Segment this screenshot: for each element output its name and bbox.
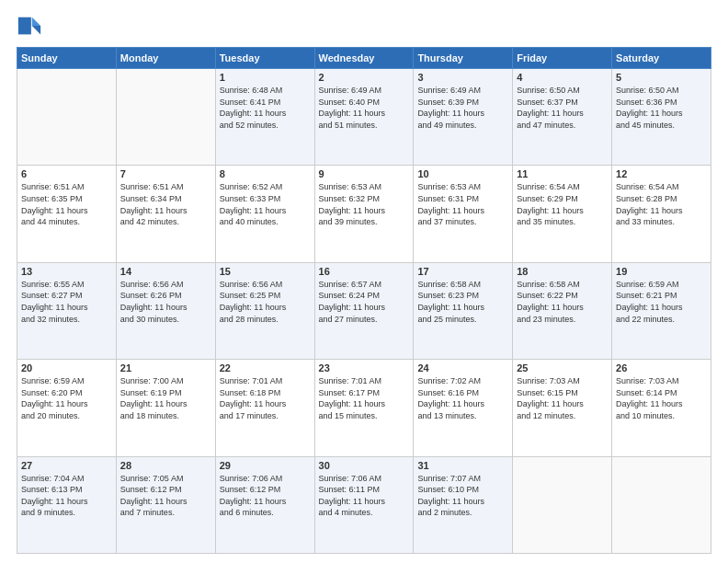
calendar-cell: 9Sunrise: 6:53 AM Sunset: 6:32 PM Daylig…: [314, 166, 414, 262]
day-info: Sunrise: 7:03 AM Sunset: 6:15 PM Dayligh…: [517, 375, 608, 421]
day-number: 13: [21, 266, 112, 277]
day-info: Sunrise: 6:48 AM Sunset: 6:41 PM Dayligh…: [220, 85, 311, 131]
calendar-cell: 17Sunrise: 6:58 AM Sunset: 6:23 PM Dayli…: [414, 262, 513, 359]
calendar-cell: 3Sunrise: 6:49 AM Sunset: 6:39 PM Daylig…: [414, 69, 513, 166]
calendar-cell: [612, 456, 711, 553]
day-number: 16: [319, 266, 410, 277]
day-info: Sunrise: 6:56 AM Sunset: 6:25 PM Dayligh…: [220, 279, 311, 325]
day-number: 9: [319, 168, 410, 179]
calendar-cell: 8Sunrise: 6:52 AM Sunset: 6:33 PM Daylig…: [215, 166, 314, 262]
weekday-header-monday: Monday: [116, 48, 215, 69]
day-info: Sunrise: 6:51 AM Sunset: 6:35 PM Dayligh…: [21, 181, 112, 227]
day-info: Sunrise: 6:54 AM Sunset: 6:29 PM Dayligh…: [517, 181, 608, 227]
day-number: 20: [21, 362, 112, 373]
calendar-cell: 7Sunrise: 6:51 AM Sunset: 6:34 PM Daylig…: [116, 166, 215, 262]
day-number: 27: [21, 460, 112, 471]
calendar-cell: 18Sunrise: 6:58 AM Sunset: 6:22 PM Dayli…: [513, 262, 612, 359]
day-info: Sunrise: 6:57 AM Sunset: 6:24 PM Dayligh…: [319, 279, 410, 325]
day-number: 22: [220, 362, 311, 373]
day-info: Sunrise: 7:06 AM Sunset: 6:11 PM Dayligh…: [319, 473, 410, 519]
calendar-cell: 6Sunrise: 6:51 AM Sunset: 6:35 PM Daylig…: [17, 166, 117, 262]
day-info: Sunrise: 6:56 AM Sunset: 6:26 PM Dayligh…: [120, 279, 211, 325]
day-info: Sunrise: 7:04 AM Sunset: 6:13 PM Dayligh…: [21, 473, 112, 519]
day-number: 8: [220, 168, 311, 179]
weekday-header-row: SundayMondayTuesdayWednesdayThursdayFrid…: [17, 48, 711, 69]
day-number: 10: [417, 168, 508, 179]
day-info: Sunrise: 6:55 AM Sunset: 6:27 PM Dayligh…: [21, 279, 112, 325]
calendar-cell: 19Sunrise: 6:59 AM Sunset: 6:21 PM Dayli…: [612, 262, 711, 359]
calendar-cell: 24Sunrise: 7:02 AM Sunset: 6:16 PM Dayli…: [414, 360, 513, 456]
weekday-header-tuesday: Tuesday: [215, 48, 314, 69]
day-info: Sunrise: 7:05 AM Sunset: 6:12 PM Dayligh…: [120, 473, 211, 519]
calendar-week-3: 13Sunrise: 6:55 AM Sunset: 6:27 PM Dayli…: [17, 262, 711, 359]
day-number: 1: [220, 72, 311, 83]
day-number: 2: [319, 72, 410, 83]
calendar-cell: 15Sunrise: 6:56 AM Sunset: 6:25 PM Dayli…: [215, 262, 314, 359]
day-info: Sunrise: 6:58 AM Sunset: 6:23 PM Dayligh…: [417, 279, 508, 325]
calendar-week-2: 6Sunrise: 6:51 AM Sunset: 6:35 PM Daylig…: [17, 166, 711, 262]
svg-marker-1: [32, 26, 40, 34]
day-number: 11: [517, 168, 608, 179]
weekday-header-thursday: Thursday: [414, 48, 513, 69]
calendar-cell: 20Sunrise: 6:59 AM Sunset: 6:20 PM Dayli…: [17, 360, 117, 456]
day-number: 21: [120, 362, 211, 373]
calendar-cell: [513, 456, 612, 553]
day-info: Sunrise: 6:49 AM Sunset: 6:39 PM Dayligh…: [417, 85, 508, 131]
day-info: Sunrise: 7:02 AM Sunset: 6:16 PM Dayligh…: [417, 375, 508, 421]
calendar-cell: 26Sunrise: 7:03 AM Sunset: 6:14 PM Dayli…: [612, 360, 711, 456]
day-info: Sunrise: 6:50 AM Sunset: 6:36 PM Dayligh…: [616, 85, 707, 131]
calendar-cell: 27Sunrise: 7:04 AM Sunset: 6:13 PM Dayli…: [17, 456, 117, 553]
calendar-cell: 11Sunrise: 6:54 AM Sunset: 6:29 PM Dayli…: [513, 166, 612, 262]
day-number: 25: [517, 362, 608, 373]
weekday-header-wednesday: Wednesday: [314, 48, 414, 69]
header: [17, 14, 711, 40]
day-info: Sunrise: 6:54 AM Sunset: 6:28 PM Dayligh…: [616, 181, 707, 227]
day-number: 28: [120, 460, 211, 471]
day-number: 23: [319, 362, 410, 373]
calendar-cell: 1Sunrise: 6:48 AM Sunset: 6:41 PM Daylig…: [215, 69, 314, 166]
day-info: Sunrise: 6:59 AM Sunset: 6:20 PM Dayligh…: [21, 375, 112, 421]
calendar-cell: 2Sunrise: 6:49 AM Sunset: 6:40 PM Daylig…: [314, 69, 414, 166]
day-info: Sunrise: 6:53 AM Sunset: 6:32 PM Dayligh…: [319, 181, 410, 227]
calendar-cell: 4Sunrise: 6:50 AM Sunset: 6:37 PM Daylig…: [513, 69, 612, 166]
day-number: 3: [417, 72, 508, 83]
day-number: 4: [517, 72, 608, 83]
day-info: Sunrise: 6:58 AM Sunset: 6:22 PM Dayligh…: [517, 279, 608, 325]
day-info: Sunrise: 6:49 AM Sunset: 6:40 PM Dayligh…: [319, 85, 410, 131]
day-number: 14: [120, 266, 211, 277]
calendar-cell: 5Sunrise: 6:50 AM Sunset: 6:36 PM Daylig…: [612, 69, 711, 166]
calendar-week-5: 27Sunrise: 7:04 AM Sunset: 6:13 PM Dayli…: [17, 456, 711, 553]
day-info: Sunrise: 7:00 AM Sunset: 6:19 PM Dayligh…: [120, 375, 211, 421]
weekday-header-friday: Friday: [513, 48, 612, 69]
calendar-cell: 13Sunrise: 6:55 AM Sunset: 6:27 PM Dayli…: [17, 262, 117, 359]
svg-marker-0: [32, 17, 40, 26]
day-number: 6: [21, 168, 112, 179]
calendar-cell: 10Sunrise: 6:53 AM Sunset: 6:31 PM Dayli…: [414, 166, 513, 262]
day-number: 29: [220, 460, 311, 471]
day-number: 26: [616, 362, 707, 373]
day-info: Sunrise: 7:01 AM Sunset: 6:17 PM Dayligh…: [319, 375, 410, 421]
day-info: Sunrise: 6:51 AM Sunset: 6:34 PM Dayligh…: [120, 181, 211, 227]
calendar-cell: 29Sunrise: 7:06 AM Sunset: 6:12 PM Dayli…: [215, 456, 314, 553]
day-number: 17: [417, 266, 508, 277]
logo: [17, 14, 46, 40]
day-number: 5: [616, 72, 707, 83]
calendar-cell: 28Sunrise: 7:05 AM Sunset: 6:12 PM Dayli…: [116, 456, 215, 553]
calendar-cell: 12Sunrise: 6:54 AM Sunset: 6:28 PM Dayli…: [612, 166, 711, 262]
calendar-cell: 30Sunrise: 7:06 AM Sunset: 6:11 PM Dayli…: [314, 456, 414, 553]
day-number: 19: [616, 266, 707, 277]
calendar-cell: [17, 69, 117, 166]
day-info: Sunrise: 7:01 AM Sunset: 6:18 PM Dayligh…: [220, 375, 311, 421]
day-info: Sunrise: 7:03 AM Sunset: 6:14 PM Dayligh…: [616, 375, 707, 421]
weekday-header-saturday: Saturday: [612, 48, 711, 69]
calendar-cell: 22Sunrise: 7:01 AM Sunset: 6:18 PM Dayli…: [215, 360, 314, 456]
calendar-week-1: 1Sunrise: 6:48 AM Sunset: 6:41 PM Daylig…: [17, 69, 711, 166]
day-number: 12: [616, 168, 707, 179]
weekday-header-sunday: Sunday: [17, 48, 117, 69]
calendar-cell: 21Sunrise: 7:00 AM Sunset: 6:19 PM Dayli…: [116, 360, 215, 456]
calendar-week-4: 20Sunrise: 6:59 AM Sunset: 6:20 PM Dayli…: [17, 360, 711, 456]
day-number: 24: [417, 362, 508, 373]
svg-rect-2: [18, 17, 31, 35]
calendar-cell: 14Sunrise: 6:56 AM Sunset: 6:26 PM Dayli…: [116, 262, 215, 359]
day-number: 7: [120, 168, 211, 179]
